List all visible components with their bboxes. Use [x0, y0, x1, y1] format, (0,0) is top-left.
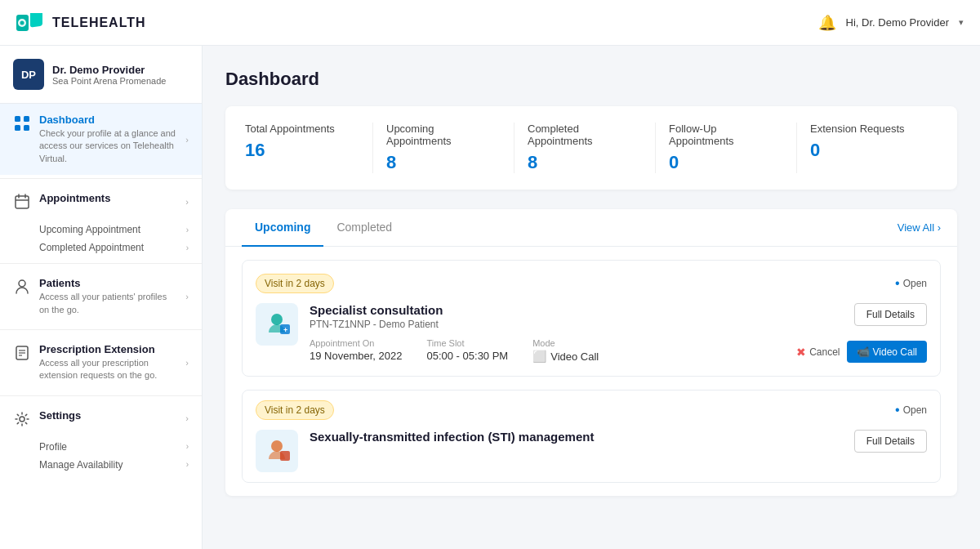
sidebar-item-patients[interactable]: Patients Access all your patients' profi…	[0, 267, 202, 326]
svg-point-3	[20, 20, 24, 25]
sidebar-subitem-completed-appointment[interactable]: Completed Appointment ›	[39, 239, 189, 257]
appointments-chevron: ›	[185, 197, 189, 207]
open-dot-2: •	[895, 404, 900, 417]
appt-title-1: Specialist consultation	[310, 303, 785, 317]
stat-followup-appointments: Follow-Up Appointments 0	[656, 123, 797, 173]
sidebar-profile: DP Dr. Demo Provider Sea Point Arena Pro…	[0, 46, 202, 104]
cancel-label-1: Cancel	[809, 346, 840, 358]
settings-nav-content: Settings	[39, 409, 177, 422]
full-details-button-1[interactable]: Full Details	[854, 303, 927, 326]
action-btns-1: ✖ Cancel 📹 Video Call	[796, 341, 927, 363]
sidebar-subitem-upcoming-appointment[interactable]: Upcoming Appointment ›	[39, 221, 189, 239]
video-call-label-1: Video Call	[873, 346, 917, 358]
open-label-2: Open	[903, 404, 927, 416]
sidebar-item-prescription-label: Prescription Extension	[39, 343, 177, 355]
appt-top-1: Visit in 2 days • Open	[256, 274, 927, 293]
open-status-1: • Open	[895, 277, 927, 290]
sidebar-item-settings[interactable]: Settings ›	[0, 399, 202, 438]
logo-text: TELEHEALTH	[52, 16, 146, 30]
tab-upcoming[interactable]: Upcoming	[242, 209, 323, 247]
appointments-icon	[13, 193, 31, 211]
stat-upcoming-appointments: Upcoming Appointments 8	[373, 123, 514, 173]
svg-point-21	[271, 440, 283, 452]
svg-rect-8	[16, 196, 29, 208]
sidebar-item-dashboard-desc: Check your profile at a glance and acces…	[39, 127, 177, 165]
appt-date-value: 19 November, 2022	[310, 350, 402, 362]
appt-top-2: Visit in 2 days • Open	[256, 400, 927, 420]
stat-followup-label: Follow-Up Appointments	[669, 123, 783, 147]
bell-icon[interactable]: 🔔	[818, 14, 836, 32]
appt-icon-2	[256, 430, 298, 472]
profile-location: Sea Point Arena Promenade	[52, 76, 166, 86]
header: TELEHEALTH 🔔 Hi, Dr. Demo Provider ▾	[0, 0, 980, 46]
video-mode-icon: ⬜	[532, 350, 546, 363]
open-dot-1: •	[895, 277, 900, 290]
svg-rect-4	[15, 116, 20, 122]
svg-point-12	[19, 280, 25, 287]
main-content: Dashboard Total Appointments 16 Upcoming…	[203, 46, 980, 549]
svg-rect-7	[24, 125, 29, 131]
sidebar-item-appointments[interactable]: Appointments ›	[0, 182, 202, 221]
sidebar-subitem-profile[interactable]: Profile ›	[39, 438, 189, 456]
sidebar-item-settings-label: Settings	[39, 409, 177, 422]
appt-date-label: Appointment On	[310, 338, 402, 348]
settings-chevron: ›	[185, 413, 189, 423]
stat-followup-value: 0	[669, 152, 783, 173]
prescription-icon	[13, 344, 31, 362]
view-all-link[interactable]: View All ›	[898, 221, 941, 234]
stat-total-label: Total Appointments	[245, 123, 359, 135]
appt-time-value: 05:00 - 05:30 PM	[426, 350, 508, 362]
divider-2	[0, 263, 202, 264]
stat-completed-label: Completed Appointments	[528, 123, 642, 147]
sidebar: DP Dr. Demo Provider Sea Point Arena Pro…	[0, 46, 203, 549]
stat-extension-requests: Extension Requests 0	[797, 123, 938, 173]
logo-icon	[16, 13, 46, 33]
video-call-icon-1: 📹	[857, 346, 870, 358]
patients-chevron: ›	[185, 292, 189, 301]
appt-body-1: + Specialist consultation PTN-TZ1NNP - D…	[256, 303, 927, 363]
stat-completed-appointments: Completed Appointments 8	[514, 123, 656, 173]
divider-3	[0, 329, 202, 330]
divider-1	[0, 178, 202, 179]
appt-mode-label: Mode	[532, 338, 599, 348]
tabs-nav: Upcoming Completed	[242, 209, 405, 246]
video-call-button-1[interactable]: 📹 Video Call	[847, 341, 927, 363]
profile-chevron: ›	[186, 442, 189, 451]
divider-4	[0, 395, 202, 396]
open-status-2: • Open	[895, 404, 927, 417]
open-label-1: Open	[903, 278, 927, 289]
stat-completed-value: 8	[528, 152, 642, 173]
svg-point-17	[20, 417, 24, 422]
cancel-icon-1: ✖	[796, 346, 806, 359]
appt-mode-value: ⬜ Video Call	[532, 350, 599, 363]
appt-time-group: Time Slot 05:00 - 05:30 PM	[426, 338, 508, 363]
mode-text: Video Call	[550, 350, 599, 363]
profile-info: Dr. Demo Provider Sea Point Arena Promen…	[52, 64, 166, 86]
tab-completed[interactable]: Completed	[323, 209, 405, 247]
svg-rect-1	[30, 13, 42, 28]
stat-upcoming-label: Upcoming Appointments	[386, 123, 501, 147]
cancel-button-1[interactable]: ✖ Cancel	[796, 346, 840, 359]
user-menu-chevron[interactable]: ▾	[959, 17, 964, 28]
sidebar-subitem-manage-availability[interactable]: Manage Availability ›	[39, 456, 189, 474]
appt-actions-2: Full Details	[854, 430, 927, 453]
appt-info-2: Sexually-transmitted infection (STI) man…	[310, 430, 843, 445]
appt-time-label: Time Slot	[426, 338, 508, 348]
visit-badge-1: Visit in 2 days	[256, 274, 334, 293]
svg-rect-6	[15, 125, 20, 131]
appt-patient-1: PTN-TZ1NNP - Demo Patient	[310, 319, 785, 330]
sidebar-item-prescription[interactable]: Prescription Extension Access all your p…	[0, 333, 202, 392]
full-details-button-2[interactable]: Full Details	[854, 430, 927, 453]
stat-total-value: 16	[245, 140, 359, 161]
svg-rect-5	[24, 116, 29, 122]
prescription-chevron: ›	[185, 358, 189, 368]
appt-actions-1: Full Details ✖ Cancel 📹 Video Call	[796, 303, 927, 363]
appointments-list: Visit in 2 days • Open +	[225, 247, 957, 496]
dashboard-icon	[13, 114, 31, 132]
prescription-nav-content: Prescription Extension Access all your p…	[39, 343, 177, 382]
tabs-section: Upcoming Completed View All › Visit in 2…	[225, 209, 957, 496]
profile-name: Dr. Demo Provider	[52, 64, 166, 76]
sidebar-item-dashboard[interactable]: Dashboard Check your profile at a glance…	[0, 104, 202, 175]
svg-point-18	[271, 314, 283, 325]
svg-text:+: +	[283, 326, 287, 334]
